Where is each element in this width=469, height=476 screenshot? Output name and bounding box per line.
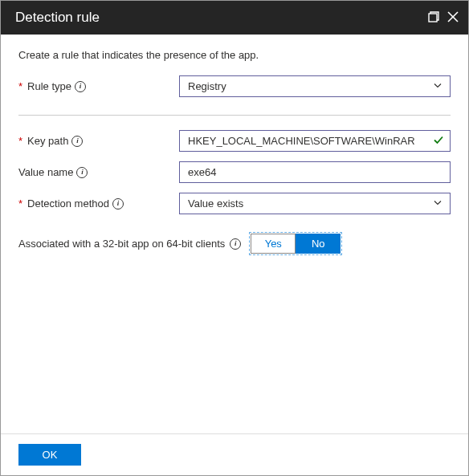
required-marker: *: [18, 135, 22, 147]
info-icon[interactable]: i: [76, 167, 88, 178]
key-path-row: * Key path i: [18, 130, 451, 152]
info-icon[interactable]: i: [112, 198, 124, 210]
rule-type-select[interactable]: Registry: [179, 75, 451, 97]
close-icon[interactable]: [446, 10, 460, 26]
required-marker: *: [18, 80, 22, 92]
intro-text: Create a rule that indicates the presenc…: [18, 49, 451, 61]
detection-method-select[interactable]: Value exists: [179, 193, 451, 214]
value-name-label: Value name: [18, 166, 73, 178]
detection-method-label: Detection method: [27, 197, 109, 210]
value-name-row: Value name i: [18, 161, 451, 183]
rule-type-value: Registry: [188, 80, 226, 92]
svg-rect-0: [429, 14, 437, 22]
key-path-label: Key path: [27, 135, 68, 147]
wow64-row: Associated with a 32-bit app on 64-bit c…: [18, 232, 451, 255]
dialog-footer: OK: [1, 433, 468, 475]
info-icon[interactable]: i: [230, 238, 241, 250]
dialog-header: Detection rule: [1, 1, 468, 35]
header-actions: [426, 10, 460, 26]
detection-method-row: * Detection method i Value exists: [18, 193, 451, 214]
toggle-yes[interactable]: Yes: [251, 234, 296, 254]
info-icon[interactable]: i: [75, 81, 86, 92]
value-name-input[interactable]: [179, 161, 451, 183]
section-divider: [18, 115, 451, 116]
wow64-toggle: Yes No: [249, 232, 342, 255]
restore-icon[interactable]: [426, 10, 441, 26]
rule-type-label: Rule type: [27, 80, 71, 92]
required-marker: *: [18, 197, 22, 210]
key-path-input[interactable]: [179, 130, 451, 152]
dialog-body: Create a rule that indicates the presenc…: [1, 35, 468, 433]
wow64-label: Associated with a 32-bit app on 64-bit c…: [18, 238, 225, 250]
detection-method-value: Value exists: [188, 197, 243, 210]
rule-type-row: * Rule type i Registry: [18, 75, 451, 97]
ok-button[interactable]: OK: [18, 444, 81, 466]
dialog-title: Detection rule: [15, 10, 426, 26]
info-icon[interactable]: i: [71, 136, 83, 147]
checkmark-icon: [433, 134, 444, 148]
toggle-no[interactable]: No: [296, 234, 341, 254]
